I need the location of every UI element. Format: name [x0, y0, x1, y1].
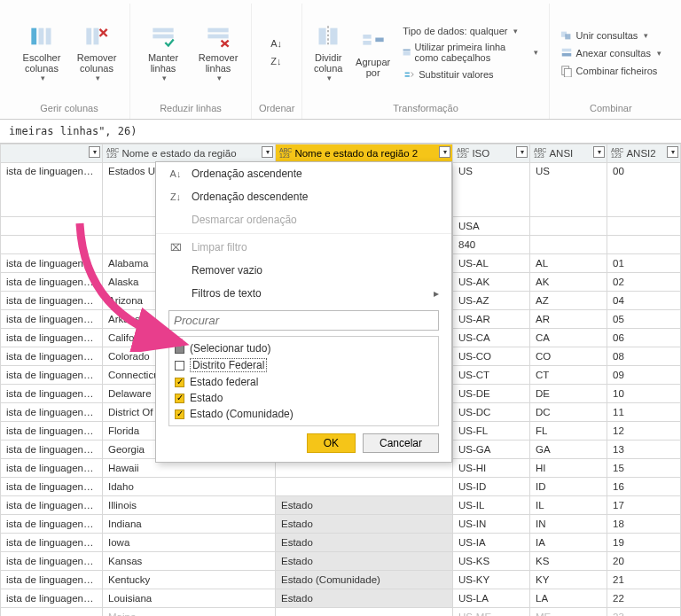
merge-queries-button[interactable]: Unir consultas	[557, 27, 665, 43]
cell[interactable]: US-KY	[453, 571, 530, 589]
cell[interactable]: US-HI	[453, 459, 530, 478]
cell[interactable]	[530, 217, 607, 236]
remove-columns-button[interactable]: Remover colunas	[71, 22, 122, 84]
cell[interactable]: CA	[530, 329, 607, 347]
filter-value-row[interactable]: Distrito Federal	[175, 356, 433, 374]
cell[interactable]: Maine	[103, 608, 276, 617]
cell[interactable]	[276, 478, 453, 496]
cell[interactable]: 22	[607, 589, 681, 608]
cell[interactable]: US-DE	[453, 385, 530, 403]
remove-rows-button[interactable]: Remover linhas	[192, 22, 244, 84]
cell[interactable]: 15	[607, 459, 681, 478]
keep-rows-button[interactable]: Manter linhas	[137, 22, 189, 84]
column-filter-button[interactable]: ▾	[89, 146, 100, 158]
cell[interactable]	[607, 236, 681, 254]
cell[interactable]: US-CT	[453, 366, 530, 385]
cell[interactable]: ista de linguagens...	[1, 515, 103, 534]
cell[interactable]: US-ID	[453, 478, 530, 496]
filter-value-row[interactable]: Estado federal	[175, 374, 433, 390]
cell[interactable]: 21	[607, 571, 681, 589]
table-row[interactable]: ista de linguagens...IndianaEstadoUS-INI…	[1, 515, 681, 534]
cell[interactable]: USA	[453, 217, 530, 236]
cell[interactable]	[276, 608, 453, 617]
cell[interactable]: IL	[530, 496, 607, 515]
cell[interactable]: AL	[530, 254, 607, 273]
cell[interactable]: US-FL	[453, 422, 530, 441]
column-filter-button[interactable]: ▾	[516, 146, 528, 158]
cell[interactable]: HI	[530, 459, 607, 478]
cell[interactable]	[1, 236, 103, 254]
cell[interactable]: AK	[530, 273, 607, 292]
filter-value-row[interactable]: Estado	[175, 390, 433, 406]
column-header[interactable]: ABC123ANSI2▾	[607, 144, 681, 163]
cell[interactable]: ista de linguagens...	[1, 478, 103, 496]
cell[interactable]: Estado	[276, 534, 453, 552]
cell[interactable]: US-ME	[453, 608, 530, 617]
cell[interactable]: 09	[607, 366, 681, 385]
cell[interactable]: 19	[607, 534, 681, 552]
table-row[interactable]: ista de linguagens...IdahoUS-IDID16	[1, 478, 681, 496]
cell[interactable]: Illinois	[103, 496, 276, 515]
cell[interactable]: 10	[607, 385, 681, 403]
sort-asc-button[interactable]: A↓	[267, 36, 286, 52]
cell[interactable]: 00	[607, 163, 681, 217]
cell[interactable]: AR	[530, 310, 607, 329]
append-queries-button[interactable]: Anexar consultas	[557, 45, 665, 61]
choose-columns-button[interactable]: Escolher colunas	[16, 22, 67, 84]
cell[interactable]: IA	[530, 534, 607, 552]
cell[interactable]: ista de linguagens...	[1, 329, 103, 347]
cell[interactable]: 04	[607, 292, 681, 310]
cell[interactable]: Estado	[276, 496, 453, 515]
cell[interactable]: Louisiana	[103, 589, 276, 608]
ok-button[interactable]: OK	[307, 433, 356, 453]
cell[interactable]: ista de linguagens...	[1, 292, 103, 310]
cell[interactable]: Estado	[276, 552, 453, 571]
replace-values-button[interactable]: Substituir valores	[399, 66, 541, 82]
cell[interactable]: 16	[607, 478, 681, 496]
cell[interactable]: US-IA	[453, 534, 530, 552]
cell[interactable]: 13	[607, 441, 681, 459]
table-row[interactable]: MaineUS-MEME23	[1, 608, 681, 617]
cell[interactable]: LA	[530, 589, 607, 608]
cell[interactable]: US-AL	[453, 254, 530, 273]
cell[interactable]: ID	[530, 478, 607, 496]
sort-desc-button[interactable]: Z↓	[267, 54, 286, 70]
column-header[interactable]: ABC123Nome e estado da região▾	[103, 144, 276, 163]
column-header[interactable]: ABC123ISO▾	[453, 144, 530, 163]
cell[interactable]: US-GA	[453, 441, 530, 459]
cell[interactable]: US-DC	[453, 403, 530, 422]
column-filter-button[interactable]: ▾	[262, 146, 273, 158]
cell[interactable]: 18	[607, 515, 681, 534]
cell[interactable]: ista de linguagens...	[1, 273, 103, 292]
group-by-button[interactable]: Agrupar por	[354, 27, 392, 80]
cell[interactable]: US	[453, 163, 530, 217]
cell[interactable]: ista de linguagens...	[1, 385, 103, 403]
cell[interactable]: ista de linguagens...	[1, 422, 103, 441]
cell[interactable]: ista de linguagens...	[1, 496, 103, 515]
cell[interactable]: 05	[607, 310, 681, 329]
cell[interactable]: 01	[607, 254, 681, 273]
cell[interactable]: US-CO	[453, 347, 530, 366]
column-header[interactable]: ABC123ANSI▾	[530, 144, 607, 163]
cell[interactable]: 11	[607, 403, 681, 422]
table-row[interactable]: ista de linguagens...IowaEstadoUS-IAIA19	[1, 534, 681, 552]
cell[interactable]: Kansas	[103, 552, 276, 571]
cell[interactable]: 23	[607, 608, 681, 617]
filter-search-input[interactable]	[168, 310, 439, 331]
cell[interactable]: 840	[453, 236, 530, 254]
cell[interactable]: ista de linguagens...	[1, 571, 103, 589]
cell[interactable]: ista de linguagens...	[1, 366, 103, 385]
cell[interactable]: ista de linguagens...	[1, 459, 103, 478]
column-filter-button[interactable]: ▾	[593, 146, 605, 158]
cell[interactable]: ista de linguagens...	[1, 534, 103, 552]
cell[interactable]: Idaho	[103, 478, 276, 496]
cell[interactable]: KS	[530, 552, 607, 571]
column-filter-button[interactable]: ▾	[439, 146, 450, 158]
cell[interactable]: GA	[530, 441, 607, 459]
sort-asc-menu[interactable]: A↓ Ordenação ascendente	[156, 162, 451, 185]
cell[interactable]: Iowa	[103, 534, 276, 552]
cell[interactable]: AZ	[530, 292, 607, 310]
text-filters-menu[interactable]: Filtros de texto ▸	[156, 282, 451, 305]
cancel-button[interactable]: Cancelar	[363, 433, 439, 453]
cell[interactable]: IN	[530, 515, 607, 534]
